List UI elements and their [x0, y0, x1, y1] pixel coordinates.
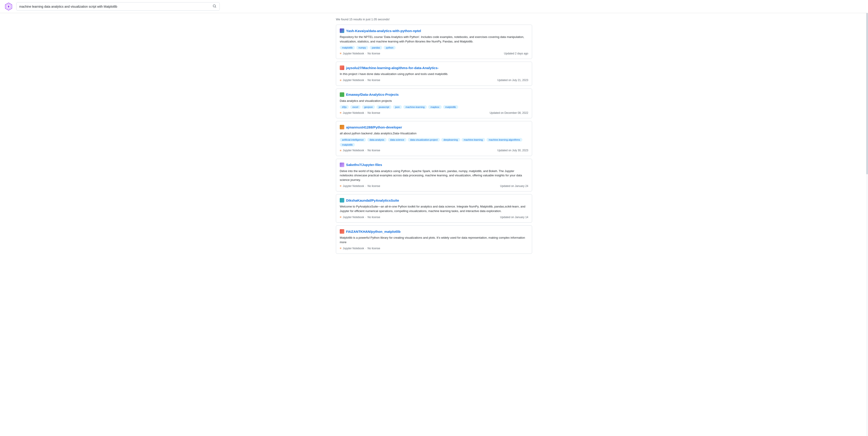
license-label: No license	[368, 149, 380, 152]
separator: ·	[366, 185, 366, 188]
repo-description: Repository for the NPTEL course 'Data An…	[340, 35, 528, 43]
scrollbar-thumb[interactable]	[866, 0, 868, 174]
result-header: Sakethv7/Jupyter-files	[340, 163, 528, 167]
updated-label: Updated on December 08, 2022	[490, 111, 528, 114]
notebook-icon: ≡	[340, 78, 342, 82]
tag[interactable]: deeplearning	[441, 138, 460, 141]
repo-link[interactable]: Yash-Kavaiya/data-analytics-with-python-…	[346, 29, 421, 33]
separator: ·	[366, 149, 366, 152]
tag[interactable]: json	[393, 105, 402, 109]
meta-row: ≡ Jupyter Notebook · No license Updated …	[340, 184, 528, 188]
separator: ·	[366, 52, 366, 55]
license-label: No license	[368, 78, 380, 82]
repo-avatar	[340, 92, 344, 97]
tag[interactable]: data-visualization-project	[408, 138, 440, 141]
repo-avatar	[340, 65, 344, 70]
repo-description: all about python backend ,data analytics…	[340, 131, 528, 136]
tag[interactable]: pandas	[370, 46, 382, 49]
repo-link[interactable]: Sakethv7/Jupyter-files	[346, 163, 382, 167]
tag[interactable]: machine-learning-algorithms	[487, 138, 522, 141]
language-label: Jupyter Notebook	[343, 78, 364, 82]
repo-avatar	[340, 198, 344, 203]
separator: ·	[366, 215, 366, 219]
updated-label: Updated on January 24	[500, 185, 528, 188]
search-input[interactable]	[19, 5, 212, 8]
repo-avatar	[340, 125, 344, 129]
repo-link[interactable]: FAIZANTKHAN/python_matplotlib	[346, 230, 401, 233]
tag[interactable]: machine-learning	[403, 105, 427, 109]
result-card: Sakethv7/Jupyter-files Delve into the wo…	[336, 159, 532, 192]
meta-row: ≡ Jupyter Notebook · No license Updated …	[340, 149, 528, 152]
search-button[interactable]	[212, 4, 217, 9]
results-list: Yash-Kavaiya/data-analytics-with-python-…	[336, 25, 532, 254]
result-card: FAIZANTKHAN/python_matplotlib Matplotlib…	[336, 225, 532, 254]
repo-description: Data analytics and visualization project…	[340, 99, 528, 103]
meta-left: ≡ Jupyter Notebook · No license	[340, 246, 380, 250]
tag[interactable]: d3js	[340, 105, 349, 109]
license-label: No license	[368, 247, 380, 250]
language-label: Jupyter Notebook	[343, 247, 364, 250]
tag[interactable]: machine-learning	[462, 138, 485, 141]
tag[interactable]: matplotlib	[340, 46, 355, 49]
tag[interactable]: python	[383, 46, 396, 49]
result-header: ajmannust41288/Python-developer	[340, 125, 528, 129]
meta-left: ≡ Jupyter Notebook · No license	[340, 149, 380, 152]
scrollbar[interactable]	[866, 0, 868, 261]
tag[interactable]: data-analysis	[367, 138, 386, 141]
repo-description: Matplotlib is a powerful Python library …	[340, 235, 528, 244]
notebook-icon: ≡	[340, 52, 342, 55]
separator: ·	[366, 247, 366, 250]
updated-label: Updated on July 30, 2023	[497, 149, 528, 152]
tag[interactable]: data-science	[388, 138, 406, 141]
result-header: jaysolu27/Machine-learning-alogithms-for…	[340, 65, 528, 70]
repo-avatar	[340, 163, 344, 167]
tag[interactable]: artificial-intelligence	[340, 138, 366, 141]
meta-row: ≡ Jupyter Notebook · No license Updated …	[340, 78, 528, 82]
tag[interactable]: geojson	[362, 105, 375, 109]
tag[interactable]: excel	[350, 105, 361, 109]
search-bar	[16, 2, 220, 11]
separator: ·	[366, 78, 366, 82]
language-label: Jupyter Notebook	[343, 52, 364, 55]
updated-label: Updated on January 14	[500, 215, 528, 219]
tag[interactable]: javascript	[376, 105, 391, 109]
repo-link[interactable]: jaysolu27/Machine-learning-alogithms-for…	[346, 66, 438, 70]
meta-left: ≡ Jupyter Notebook · No license	[340, 52, 380, 55]
meta-row: ≡ Jupyter Notebook · No license Updated …	[340, 111, 528, 114]
repo-link[interactable]: DikshaKaundal/PyAnalyticsSuite	[346, 198, 399, 202]
tag[interactable]: mapbox	[428, 105, 441, 109]
tag[interactable]: numpy	[356, 46, 368, 49]
result-card: jaysolu27/Machine-learning-alogithms-for…	[336, 62, 532, 86]
tag[interactable]: matplotlib	[443, 105, 458, 109]
result-card: DikshaKaundal/PyAnalyticsSuite Welcome t…	[336, 194, 532, 223]
tags-row: matplotlibnumpypandaspython	[340, 46, 528, 49]
result-header: Emaway/Data-Analytics-Projects	[340, 92, 528, 97]
language-label: Jupyter Notebook	[343, 111, 364, 114]
language-label: Jupyter Notebook	[343, 215, 364, 219]
result-header: FAIZANTKHAN/python_matplotlib	[340, 229, 528, 234]
language-label: Jupyter Notebook	[343, 185, 364, 188]
repo-link[interactable]: ajmannust41288/Python-developer	[346, 125, 402, 129]
language-label: Jupyter Notebook	[343, 149, 364, 152]
app-header	[0, 0, 868, 13]
repo-description: Delve into the world of big data analyti…	[340, 169, 528, 182]
repo-avatar	[340, 29, 344, 33]
result-header: Yash-Kavaiya/data-analytics-with-python-…	[340, 29, 528, 33]
repo-link[interactable]: Emaway/Data-Analytics-Projects	[346, 93, 399, 96]
license-label: No license	[368, 215, 380, 219]
separator: ·	[366, 111, 366, 114]
meta-left: ≡ Jupyter Notebook · No license	[340, 78, 380, 82]
meta-row: ≡ Jupyter Notebook · No license	[340, 246, 528, 250]
tags-row: d3jsexcelgeojsonjavascriptjsonmachine-le…	[340, 105, 528, 109]
app-logo	[4, 2, 13, 11]
tags-row: artificial-intelligencedata-analysisdata…	[340, 138, 528, 146]
meta-row: ≡ Jupyter Notebook · No license Updated …	[340, 52, 528, 55]
tag[interactable]: matplotlib	[340, 143, 355, 146]
meta-left: ≡ Jupyter Notebook · No license	[340, 215, 380, 219]
notebook-icon: ≡	[340, 184, 342, 188]
notebook-icon: ≡	[340, 246, 342, 250]
result-card: ajmannust41288/Python-developer all abou…	[336, 121, 532, 156]
meta-left: ≡ Jupyter Notebook · No license	[340, 184, 380, 188]
notebook-icon: ≡	[340, 111, 342, 114]
license-label: No license	[368, 185, 380, 188]
